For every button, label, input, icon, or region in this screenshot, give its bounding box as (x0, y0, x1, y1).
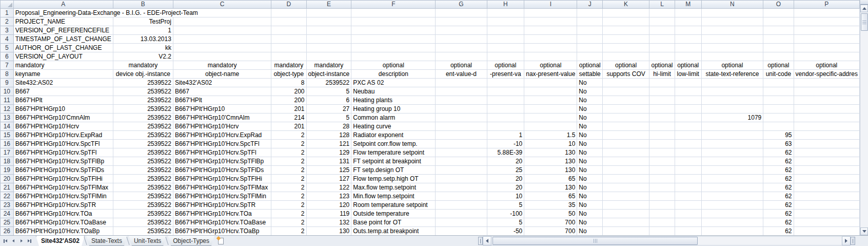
cell-O16[interactable]: 63 (763, 140, 794, 148)
cell-C10[interactable]: B667 (173, 87, 271, 96)
cell-M26[interactable] (675, 227, 701, 236)
cell-F12[interactable]: Heating group 10 (351, 105, 436, 113)
row-header-10[interactable]: 10 (1, 87, 14, 96)
cell-G10[interactable] (436, 87, 487, 96)
cell-C24[interactable]: B667'HPlt'HGrp10'Hcrv.TOa (173, 210, 271, 218)
cell-L15[interactable] (649, 131, 675, 140)
cell-L13[interactable] (649, 113, 675, 122)
cell-I3[interactable] (524, 26, 577, 35)
cell-H13[interactable] (487, 113, 524, 122)
cell-G1[interactable] (436, 9, 487, 17)
row-header-3[interactable]: 3 (1, 26, 14, 35)
insert-worksheet-button[interactable] (214, 236, 228, 246)
cell-M20[interactable] (675, 175, 701, 183)
cell-L16[interactable] (649, 140, 675, 148)
cell-E9[interactable]: 2539522 (306, 79, 351, 87)
cell-J14[interactable]: No (577, 122, 603, 131)
cell-P10[interactable] (794, 87, 859, 96)
cell-D6[interactable] (271, 52, 306, 61)
cell-O25[interactable]: 62 (763, 218, 794, 227)
cell-K17[interactable] (603, 148, 649, 157)
cell-C17[interactable]: B667'HPlt'HGrp10'Hcrv.SpTFl (173, 148, 271, 157)
cell-I11[interactable] (524, 96, 577, 105)
cell-C15[interactable]: B667'HPlt'HGrp10'Hcrv.ExpRad (173, 131, 271, 140)
cell-K22[interactable] (603, 192, 649, 201)
scroll-down-button[interactable] (860, 228, 868, 235)
cell-F17[interactable]: Flow temperature setpoint (351, 148, 436, 157)
cell-G8[interactable]: ent-value-d (436, 70, 487, 79)
cell-H15[interactable]: 1 (487, 131, 524, 140)
cell-F21[interactable]: Max.flow temp.setpoint (351, 183, 436, 192)
col-header-A[interactable]: A (13, 1, 113, 9)
cell-A19[interactable]: B667'HPlt'HGrp10'Hcrv.SpTFlDs (13, 166, 113, 175)
cell-H12[interactable] (487, 105, 524, 113)
cell-O17[interactable]: 62 (763, 148, 794, 157)
cell-A21[interactable]: B667'HPlt'HGrp10'Hcrv.SpTFlMax (13, 183, 113, 192)
cell-L6[interactable] (649, 52, 675, 61)
cell-H9[interactable] (487, 79, 524, 87)
cell-B4[interactable]: 13.03.2013 (113, 35, 173, 44)
cell-C8[interactable]: object-name (173, 70, 271, 79)
cell-J15[interactable]: No (577, 131, 603, 140)
cell-P6[interactable] (794, 52, 859, 61)
cell-J7[interactable]: optional (577, 61, 603, 70)
cell-N8[interactable]: state-text-reference (701, 70, 763, 79)
cell-A25[interactable]: B667'HPlt'HGrp10'Hcrv.TOaBase (13, 218, 113, 227)
cell-I12[interactable] (524, 105, 577, 113)
cell-O7[interactable]: optional (763, 61, 794, 70)
col-header-N[interactable]: N (701, 1, 763, 9)
cell-E24[interactable]: 119 (306, 210, 351, 218)
cell-N3[interactable] (701, 26, 763, 35)
cell-C2[interactable] (173, 17, 271, 26)
cell-A12[interactable]: B667'HPlt'HGrp10 (13, 105, 113, 113)
cell-K4[interactable] (603, 35, 649, 44)
row-header-13[interactable]: 13 (1, 113, 14, 122)
cell-P15[interactable] (794, 131, 859, 140)
cell-C25[interactable]: B667'HPlt'HGrp10'Hcrv.TOaBase (173, 218, 271, 227)
cell-P24[interactable] (794, 210, 859, 218)
cell-K2[interactable] (603, 17, 649, 26)
cell-A24[interactable]: B667'HPlt'HGrp10'Hcrv.TOa (13, 210, 113, 218)
cell-N12[interactable] (701, 105, 763, 113)
cell-M12[interactable] (675, 105, 701, 113)
cell-A23[interactable]: B667'HPlt'HGrp10'Hcrv.SpTR (13, 201, 113, 210)
cell-A17[interactable]: B667'HPlt'HGrp10'Hcrv.SpTFl (13, 148, 113, 157)
row-header-6[interactable]: 6 (1, 52, 14, 61)
cell-L14[interactable] (649, 122, 675, 131)
cell-J10[interactable]: No (577, 87, 603, 96)
cell-F10[interactable]: Neubau (351, 87, 436, 96)
cell-L18[interactable] (649, 157, 675, 166)
col-header-D[interactable]: D (271, 1, 306, 9)
col-header-B[interactable]: B (113, 1, 173, 9)
cell-F9[interactable]: PXC AS 02 (351, 79, 436, 87)
cell-B20[interactable]: 2539522 (113, 175, 173, 183)
cell-N15[interactable] (701, 131, 763, 140)
row-header-2[interactable]: 2 (1, 17, 14, 26)
cell-L5[interactable] (649, 44, 675, 52)
cell-M18[interactable] (675, 157, 701, 166)
cell-K21[interactable] (603, 183, 649, 192)
cell-A11[interactable]: B667'HPlt (13, 96, 113, 105)
cell-B5[interactable]: kk (113, 44, 173, 52)
cell-H21[interactable]: 20 (487, 183, 524, 192)
cell-B12[interactable]: 2539522 (113, 105, 173, 113)
cell-E23[interactable]: 120 (306, 201, 351, 210)
cell-F6[interactable] (351, 52, 436, 61)
cell-M15[interactable] (675, 131, 701, 140)
cell-C7[interactable]: mandatory (173, 61, 271, 70)
cell-O8[interactable]: unit-code (763, 70, 794, 79)
cell-G6[interactable] (436, 52, 487, 61)
cell-A20[interactable]: B667'HPlt'HGrp10'Hcrv.SpTFlHi (13, 175, 113, 183)
cell-F22[interactable]: Min.flow temp.setpoint (351, 192, 436, 201)
cell-B3[interactable]: 1 (113, 26, 173, 35)
cell-D5[interactable] (271, 44, 306, 52)
cell-P11[interactable] (794, 96, 859, 105)
col-header-P[interactable]: P (794, 1, 859, 9)
cell-K14[interactable] (603, 122, 649, 131)
cell-F1[interactable] (351, 9, 436, 17)
cell-D9[interactable]: 8 (271, 79, 306, 87)
cell-G20[interactable] (436, 175, 487, 183)
cell-J16[interactable]: No (577, 140, 603, 148)
cell-L2[interactable] (649, 17, 675, 26)
tab-site432-as02[interactable]: Site432'AS02 (36, 236, 85, 246)
